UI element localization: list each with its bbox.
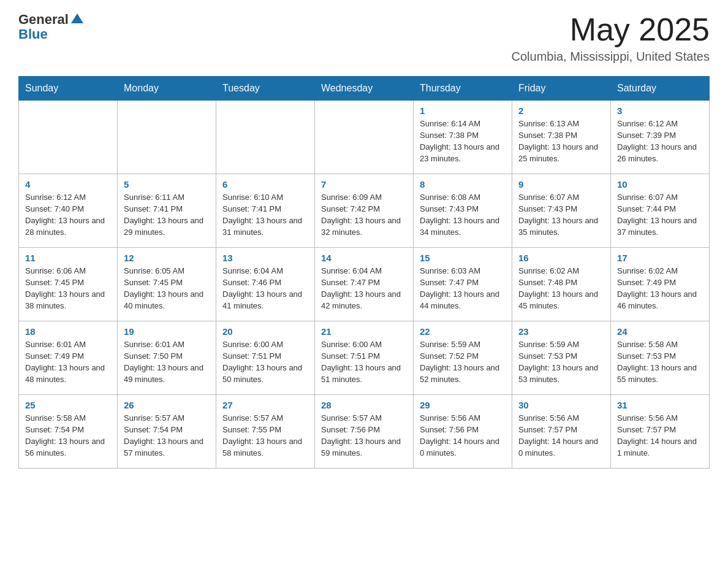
day-info: Sunrise: 6:07 AMSunset: 7:43 PMDaylight:… bbox=[518, 192, 604, 238]
day-number: 13 bbox=[222, 253, 308, 263]
page-header: General Blue May 2025 Columbia, Mississi… bbox=[18, 12, 710, 64]
day-number: 2 bbox=[518, 105, 604, 116]
weekday-header-saturday: Saturday bbox=[611, 77, 710, 101]
calendar-cell: 20Sunrise: 6:00 AMSunset: 7:51 PMDayligh… bbox=[216, 321, 315, 395]
day-info: Sunrise: 5:59 AMSunset: 7:52 PMDaylight:… bbox=[420, 339, 506, 385]
weekday-header-wednesday: Wednesday bbox=[315, 77, 414, 101]
calendar-cell: 22Sunrise: 5:59 AMSunset: 7:52 PMDayligh… bbox=[414, 321, 512, 395]
day-info: Sunrise: 5:56 AMSunset: 7:56 PMDaylight:… bbox=[420, 413, 506, 459]
day-info: Sunrise: 6:00 AMSunset: 7:51 PMDaylight:… bbox=[222, 339, 308, 385]
calendar-cell: 2Sunrise: 6:13 AMSunset: 7:38 PMDaylight… bbox=[512, 101, 611, 174]
day-info: Sunrise: 6:12 AMSunset: 7:40 PMDaylight:… bbox=[25, 192, 111, 238]
day-number: 25 bbox=[25, 400, 111, 410]
day-number: 12 bbox=[124, 253, 210, 263]
day-info: Sunrise: 6:03 AMSunset: 7:47 PMDaylight:… bbox=[420, 266, 506, 312]
calendar-cell: 7Sunrise: 6:09 AMSunset: 7:42 PMDaylight… bbox=[315, 174, 414, 248]
calendar-cell bbox=[315, 101, 414, 174]
day-info: Sunrise: 5:56 AMSunset: 7:57 PMDaylight:… bbox=[518, 413, 604, 459]
day-number: 27 bbox=[222, 400, 308, 410]
calendar-cell: 10Sunrise: 6:07 AMSunset: 7:44 PMDayligh… bbox=[611, 174, 710, 248]
day-number: 7 bbox=[321, 179, 407, 190]
calendar-cell: 18Sunrise: 6:01 AMSunset: 7:49 PMDayligh… bbox=[19, 321, 118, 395]
calendar-cell: 15Sunrise: 6:03 AMSunset: 7:47 PMDayligh… bbox=[414, 248, 512, 321]
day-number: 28 bbox=[321, 400, 407, 410]
day-number: 31 bbox=[617, 400, 703, 410]
calendar-cell: 25Sunrise: 5:58 AMSunset: 7:54 PMDayligh… bbox=[19, 395, 118, 469]
calendar-cell bbox=[118, 101, 216, 174]
calendar-cell: 30Sunrise: 5:56 AMSunset: 7:57 PMDayligh… bbox=[512, 395, 611, 469]
weekday-header-friday: Friday bbox=[512, 77, 611, 101]
day-number: 18 bbox=[25, 326, 111, 337]
day-info: Sunrise: 6:10 AMSunset: 7:41 PMDaylight:… bbox=[222, 192, 308, 238]
calendar-cell: 4Sunrise: 6:12 AMSunset: 7:40 PMDaylight… bbox=[19, 174, 118, 248]
week-row-5: 25Sunrise: 5:58 AMSunset: 7:54 PMDayligh… bbox=[19, 395, 710, 469]
calendar-cell: 14Sunrise: 6:04 AMSunset: 7:47 PMDayligh… bbox=[315, 248, 414, 321]
calendar-table: SundayMondayTuesdayWednesdayThursdayFrid… bbox=[18, 76, 710, 469]
calendar-cell: 9Sunrise: 6:07 AMSunset: 7:43 PMDaylight… bbox=[512, 174, 611, 248]
day-info: Sunrise: 6:01 AMSunset: 7:49 PMDaylight:… bbox=[25, 339, 111, 385]
calendar-cell: 29Sunrise: 5:56 AMSunset: 7:56 PMDayligh… bbox=[414, 395, 512, 469]
day-number: 26 bbox=[124, 400, 210, 410]
day-info: Sunrise: 6:04 AMSunset: 7:47 PMDaylight:… bbox=[321, 266, 407, 312]
day-info: Sunrise: 6:04 AMSunset: 7:46 PMDaylight:… bbox=[222, 266, 308, 312]
day-number: 3 bbox=[617, 105, 703, 116]
day-info: Sunrise: 6:09 AMSunset: 7:42 PMDaylight:… bbox=[321, 192, 407, 238]
day-info: Sunrise: 6:00 AMSunset: 7:51 PMDaylight:… bbox=[321, 339, 407, 385]
day-number: 22 bbox=[420, 326, 506, 337]
day-number: 4 bbox=[25, 179, 111, 190]
week-row-4: 18Sunrise: 6:01 AMSunset: 7:49 PMDayligh… bbox=[19, 321, 710, 395]
day-number: 20 bbox=[222, 326, 308, 337]
calendar-cell: 17Sunrise: 6:02 AMSunset: 7:49 PMDayligh… bbox=[611, 248, 710, 321]
day-info: Sunrise: 6:07 AMSunset: 7:44 PMDaylight:… bbox=[617, 192, 703, 238]
day-number: 24 bbox=[617, 326, 703, 337]
calendar-cell: 13Sunrise: 6:04 AMSunset: 7:46 PMDayligh… bbox=[216, 248, 315, 321]
day-number: 14 bbox=[321, 253, 407, 263]
calendar-cell: 16Sunrise: 6:02 AMSunset: 7:48 PMDayligh… bbox=[512, 248, 611, 321]
day-number: 29 bbox=[420, 400, 506, 410]
calendar-cell: 24Sunrise: 5:58 AMSunset: 7:53 PMDayligh… bbox=[611, 321, 710, 395]
day-number: 6 bbox=[222, 179, 308, 190]
calendar-cell: 1Sunrise: 6:14 AMSunset: 7:38 PMDaylight… bbox=[414, 101, 512, 174]
day-info: Sunrise: 6:11 AMSunset: 7:41 PMDaylight:… bbox=[124, 192, 210, 238]
day-info: Sunrise: 6:02 AMSunset: 7:49 PMDaylight:… bbox=[617, 266, 703, 312]
calendar-cell: 26Sunrise: 5:57 AMSunset: 7:54 PMDayligh… bbox=[118, 395, 216, 469]
day-info: Sunrise: 6:08 AMSunset: 7:43 PMDaylight:… bbox=[420, 192, 506, 238]
day-info: Sunrise: 6:14 AMSunset: 7:38 PMDaylight:… bbox=[420, 118, 506, 164]
day-info: Sunrise: 6:12 AMSunset: 7:39 PMDaylight:… bbox=[617, 118, 703, 164]
week-row-3: 11Sunrise: 6:06 AMSunset: 7:45 PMDayligh… bbox=[19, 248, 710, 321]
day-number: 19 bbox=[124, 326, 210, 337]
week-row-2: 4Sunrise: 6:12 AMSunset: 7:40 PMDaylight… bbox=[19, 174, 710, 248]
calendar-cell: 5Sunrise: 6:11 AMSunset: 7:41 PMDaylight… bbox=[118, 174, 216, 248]
day-info: Sunrise: 5:57 AMSunset: 7:54 PMDaylight:… bbox=[124, 413, 210, 459]
logo-general-text: General bbox=[18, 12, 69, 27]
calendar-cell: 27Sunrise: 5:57 AMSunset: 7:55 PMDayligh… bbox=[216, 395, 315, 469]
calendar-cell bbox=[19, 101, 118, 174]
weekday-header-thursday: Thursday bbox=[414, 77, 512, 101]
calendar-cell: 6Sunrise: 6:10 AMSunset: 7:41 PMDaylight… bbox=[216, 174, 315, 248]
day-number: 9 bbox=[518, 179, 604, 190]
day-info: Sunrise: 6:13 AMSunset: 7:38 PMDaylight:… bbox=[518, 118, 604, 164]
calendar-cell: 11Sunrise: 6:06 AMSunset: 7:45 PMDayligh… bbox=[19, 248, 118, 321]
day-number: 5 bbox=[124, 179, 210, 190]
day-info: Sunrise: 5:58 AMSunset: 7:54 PMDaylight:… bbox=[25, 413, 111, 459]
week-row-1: 1Sunrise: 6:14 AMSunset: 7:38 PMDaylight… bbox=[19, 101, 710, 174]
calendar-cell: 8Sunrise: 6:08 AMSunset: 7:43 PMDaylight… bbox=[414, 174, 512, 248]
calendar-cell: 23Sunrise: 5:59 AMSunset: 7:53 PMDayligh… bbox=[512, 321, 611, 395]
calendar-cell bbox=[216, 101, 315, 174]
location-subtitle: Columbia, Mississippi, United States bbox=[512, 50, 710, 64]
day-info: Sunrise: 5:57 AMSunset: 7:55 PMDaylight:… bbox=[222, 413, 308, 459]
day-number: 17 bbox=[617, 253, 703, 263]
day-info: Sunrise: 5:57 AMSunset: 7:56 PMDaylight:… bbox=[321, 413, 407, 459]
day-info: Sunrise: 6:05 AMSunset: 7:45 PMDaylight:… bbox=[124, 266, 210, 312]
day-number: 23 bbox=[518, 326, 604, 337]
weekday-header-monday: Monday bbox=[118, 77, 216, 101]
title-area: May 2025 Columbia, Mississippi, United S… bbox=[512, 12, 710, 64]
month-title: May 2025 bbox=[512, 12, 710, 47]
day-number: 10 bbox=[617, 179, 703, 190]
day-info: Sunrise: 6:01 AMSunset: 7:50 PMDaylight:… bbox=[124, 339, 210, 385]
logo: General Blue bbox=[18, 12, 83, 42]
calendar-cell: 31Sunrise: 5:56 AMSunset: 7:57 PMDayligh… bbox=[611, 395, 710, 469]
day-info: Sunrise: 5:59 AMSunset: 7:53 PMDaylight:… bbox=[518, 339, 604, 385]
day-number: 15 bbox=[420, 253, 506, 263]
calendar-cell: 12Sunrise: 6:05 AMSunset: 7:45 PMDayligh… bbox=[118, 248, 216, 321]
